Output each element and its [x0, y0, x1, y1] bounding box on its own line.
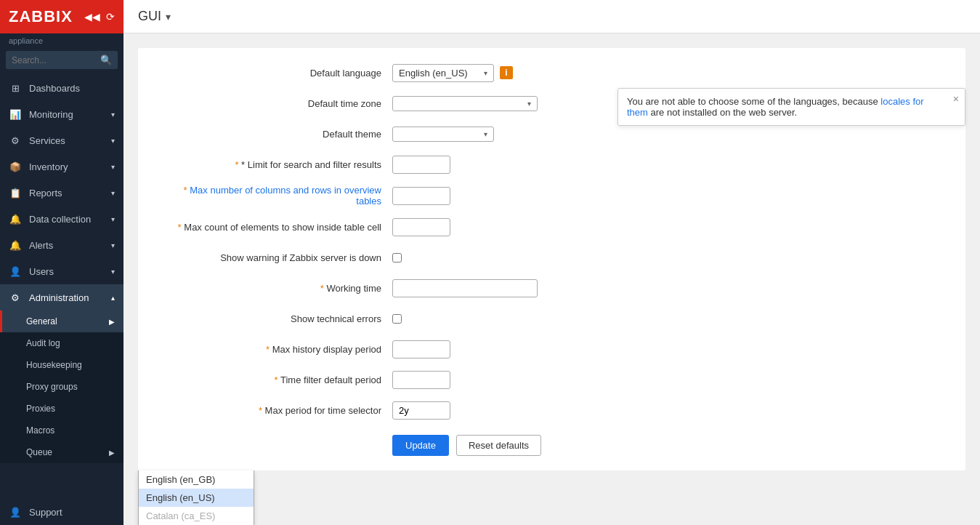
page-title-dropdown-icon[interactable]: ▾ — [166, 11, 171, 23]
admin-submenu: General ▶ Audit log Housekeeping Proxy g… — [0, 310, 123, 463]
sidebar-item-audit-log[interactable]: Audit log — [0, 332, 123, 354]
language-option-en-gb[interactable]: English (en_GB) — [139, 470, 254, 489]
sidebar-item-reports[interactable]: 📋 Reports ▾ — [0, 180, 123, 206]
sidebar-item-label: Administration — [29, 292, 89, 303]
sidebar-item-label: Dashboards — [29, 83, 80, 94]
limit-search-input[interactable] — [392, 156, 450, 174]
working-time-input[interactable] — [392, 279, 538, 297]
language-dropdown-display[interactable]: English (en_US) ▾ — [392, 64, 494, 82]
arrow-icon: ▶ — [109, 449, 115, 457]
show-warning-control — [392, 253, 402, 262]
history-icon[interactable]: ⟳ — [106, 11, 115, 23]
support-icon: 👤 — [9, 505, 22, 518]
sidebar: ZABBIX ◀◀ ⟳ appliance 🔍 ⊞ Dashboards 📊 M… — [0, 0, 123, 525]
chevron-down-icon: ▾ — [111, 163, 115, 171]
sidebar-item-proxy-groups[interactable]: Proxy groups — [0, 376, 123, 398]
sidebar-item-label: Data collection — [29, 214, 91, 225]
limit-search-label: * * Limit for search and filter results — [160, 159, 392, 170]
update-button[interactable]: Update — [392, 435, 449, 456]
info-icon[interactable]: i — [500, 66, 513, 79]
audit-label: Audit log — [26, 338, 60, 348]
tooltip-link[interactable]: locales for them — [627, 96, 924, 118]
close-icon[interactable]: × — [953, 93, 959, 105]
max-period-input[interactable] — [392, 401, 450, 420]
chevron-down-icon: ▾ — [484, 69, 487, 77]
sidebar-item-data-collection[interactable]: 🔔 Data collection ▾ — [0, 206, 123, 232]
max-history-row: * Max history display period — [160, 339, 944, 359]
users-icon: 👤 — [9, 265, 22, 278]
max-count-row: * Max count of elements to show inside t… — [160, 217, 944, 237]
time-zone-dropdown[interactable]: ▾ — [392, 96, 538, 111]
sidebar-item-administration[interactable]: ⚙ Administration ▴ — [0, 284, 123, 310]
theme-dropdown[interactable]: ▾ — [392, 127, 494, 142]
chevron-down-icon: ▾ — [484, 130, 487, 138]
max-count-label: * Max count of elements to show inside t… — [160, 222, 392, 233]
sidebar-item-macros[interactable]: Macros — [0, 420, 123, 441]
proxy-groups-label: Proxy groups — [26, 382, 78, 392]
sidebar-item-housekeeping[interactable]: Housekeeping — [0, 354, 123, 376]
technical-errors-label: Show technical errors — [160, 313, 392, 324]
sidebar-item-label: Inventory — [29, 161, 68, 172]
language-option-en-us[interactable]: English (en_US) — [139, 489, 254, 507]
sidebar-item-monitoring[interactable]: 📊 Monitoring ▾ — [0, 101, 123, 127]
language-option-ca-es[interactable]: Catalan (ca_ES) — [139, 507, 254, 525]
sidebar-item-label: Alerts — [29, 240, 53, 251]
max-period-row: * Max period for time selector — [160, 400, 944, 420]
sidebar-header-icons: ◀◀ ⟳ — [84, 11, 115, 23]
macros-label: Macros — [26, 425, 54, 436]
max-period-label: * Max period for time selector — [160, 405, 392, 416]
sidebar-item-users[interactable]: 👤 Users ▾ — [0, 258, 123, 284]
reset-defaults-button[interactable]: Reset defaults — [456, 435, 541, 456]
show-warning-checkbox[interactable] — [392, 253, 402, 262]
max-columns-input[interactable] — [392, 187, 450, 205]
search-bar[interactable]: 🔍 — [6, 51, 118, 69]
reports-icon: 📋 — [9, 186, 22, 199]
general-label: General — [26, 316, 57, 326]
sidebar-item-support[interactable]: 👤 Support — [0, 499, 123, 525]
max-period-text: Max period for time selector — [265, 405, 381, 416]
max-history-text: Max history display period — [272, 344, 381, 355]
sidebar-item-queue[interactable]: Queue ▶ — [0, 441, 123, 463]
time-filter-control — [392, 371, 450, 389]
alerts-icon: 🔔 — [9, 239, 22, 252]
technical-errors-checkbox[interactable] — [392, 314, 402, 324]
chevron-down-icon: ▾ — [111, 111, 115, 119]
max-period-control — [392, 401, 450, 420]
time-filter-label: * Time filter default period — [160, 374, 392, 385]
default-language-row: Default language English (en_US) ▾ Engli… — [160, 63, 944, 83]
sidebar-item-services[interactable]: ⚙ Services ▾ — [0, 127, 123, 153]
max-history-input[interactable] — [392, 340, 450, 358]
limit-search-row: * * Limit for search and filter results — [160, 154, 944, 175]
default-time-zone-label: Default time zone — [160, 98, 392, 109]
time-filter-input[interactable] — [392, 371, 450, 389]
sidebar-header: ZABBIX ◀◀ ⟳ — [0, 0, 123, 33]
chevron-down-icon: ▾ — [527, 100, 531, 108]
max-columns-control — [392, 187, 450, 205]
technical-errors-control — [392, 314, 402, 324]
sidebar-item-alerts[interactable]: 🔔 Alerts ▾ — [0, 232, 123, 258]
form-buttons: Update Reset defaults — [160, 435, 944, 456]
proxies-label: Proxies — [26, 404, 55, 414]
show-warning-row: Show warning if Zabbix server is down — [160, 247, 944, 268]
language-dropdown-list[interactable]: English (en_GB)English (en_US)Catalan (c… — [138, 470, 254, 525]
max-columns-row: * Max number of columns and rows in over… — [160, 185, 944, 207]
search-input[interactable] — [12, 55, 96, 65]
technical-errors-row: Show technical errors — [160, 308, 944, 329]
services-icon: ⚙ — [9, 134, 22, 147]
chevron-down-icon: ▾ — [111, 215, 115, 223]
sidebar-item-label: Monitoring — [29, 109, 73, 120]
monitoring-icon: 📊 — [9, 108, 22, 121]
sidebar-item-proxies[interactable]: Proxies — [0, 398, 123, 420]
chevron-up-icon: ▴ — [111, 294, 115, 302]
sidebar-item-inventory[interactable]: 📦 Inventory ▾ — [0, 153, 123, 180]
sidebar-item-dashboards[interactable]: ⊞ Dashboards — [0, 75, 123, 101]
inventory-icon: 📦 — [9, 160, 22, 173]
collapse-icon[interactable]: ◀◀ — [84, 11, 100, 23]
language-selected-value: English (en_US) — [399, 68, 468, 79]
max-count-input[interactable] — [392, 218, 450, 236]
sidebar-item-general[interactable]: General ▶ — [0, 310, 123, 332]
chevron-down-icon: ▾ — [111, 268, 115, 276]
time-filter-row: * Time filter default period — [160, 369, 944, 390]
instance-label: appliance — [0, 33, 123, 51]
arrow-icon: ▶ — [109, 318, 115, 326]
